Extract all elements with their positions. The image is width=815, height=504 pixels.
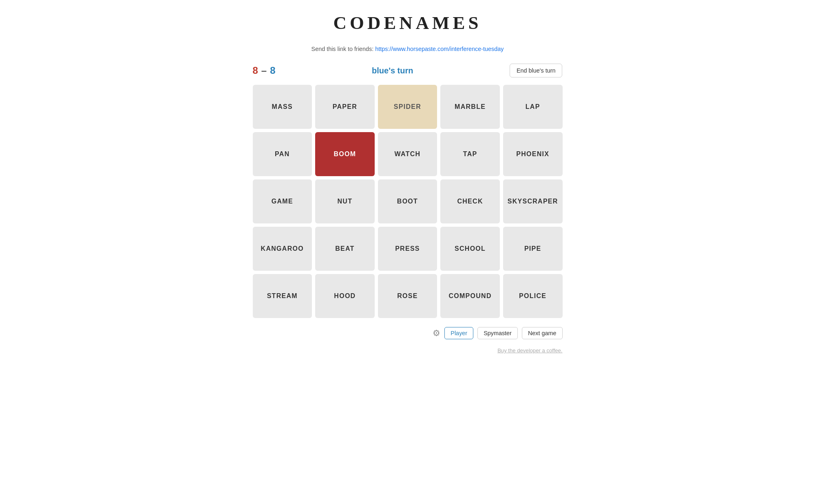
score-blue: 8 xyxy=(270,65,275,76)
card-compound[interactable]: COMPOUND xyxy=(440,274,500,318)
card-marble[interactable]: MARBLE xyxy=(440,85,500,129)
card-rose[interactable]: ROSE xyxy=(378,274,437,318)
card-boom[interactable]: BOOM xyxy=(315,132,375,176)
card-press[interactable]: PRESS xyxy=(378,227,437,271)
turn-label: blue's turn xyxy=(372,66,413,75)
card-spider[interactable]: SPIDER xyxy=(378,85,437,129)
card-phoenix[interactable]: PHOENIX xyxy=(503,132,563,176)
card-tap[interactable]: TAP xyxy=(440,132,500,176)
settings-icon[interactable]: ⚙ xyxy=(433,328,440,338)
buy-coffee-link[interactable]: Buy the developer a coffee. xyxy=(253,347,563,354)
player-button[interactable]: Player xyxy=(444,327,473,339)
card-hood[interactable]: HOOD xyxy=(315,274,375,318)
card-beat[interactable]: BEAT xyxy=(315,227,375,271)
card-watch[interactable]: WATCH xyxy=(378,132,437,176)
end-turn-button[interactable]: End blue's turn xyxy=(510,64,563,77)
card-police[interactable]: POLICE xyxy=(503,274,563,318)
card-skyscraper[interactable]: SKYSCRAPER xyxy=(503,179,563,223)
card-nut[interactable]: NUT xyxy=(315,179,375,223)
card-boot[interactable]: BOOT xyxy=(378,179,437,223)
card-stream[interactable]: STREAM xyxy=(253,274,312,318)
card-game[interactable]: GAME xyxy=(253,179,312,223)
card-school[interactable]: SCHOOL xyxy=(440,227,500,271)
game-board: MASSPAPERSPIDERMARBLELAPPANBOOMWATCHTAPP… xyxy=(253,85,563,318)
card-check[interactable]: CHECK xyxy=(440,179,500,223)
score-red: 8 xyxy=(253,65,258,76)
score-dash: – xyxy=(261,65,267,76)
share-link-text: Send this link to friends: https://www.h… xyxy=(253,46,563,52)
card-paper[interactable]: PAPER xyxy=(315,85,375,129)
card-mass[interactable]: MASS xyxy=(253,85,312,129)
next-game-button[interactable]: Next game xyxy=(522,327,563,339)
game-header: 8 – 8 blue's turn End blue's turn xyxy=(253,64,563,77)
footer-controls: ⚙ Player Spymaster Next game xyxy=(253,327,563,339)
app-title: CODENAMES xyxy=(253,12,563,33)
spymaster-button[interactable]: Spymaster xyxy=(477,327,518,339)
score-display: 8 – 8 xyxy=(253,65,276,76)
card-pan[interactable]: PAN xyxy=(253,132,312,176)
share-url-link[interactable]: https://www.horsepaste.com/interference-… xyxy=(375,46,504,52)
card-lap[interactable]: LAP xyxy=(503,85,563,129)
card-kangaroo[interactable]: KANGAROO xyxy=(253,227,312,271)
card-pipe[interactable]: PIPE xyxy=(503,227,563,271)
